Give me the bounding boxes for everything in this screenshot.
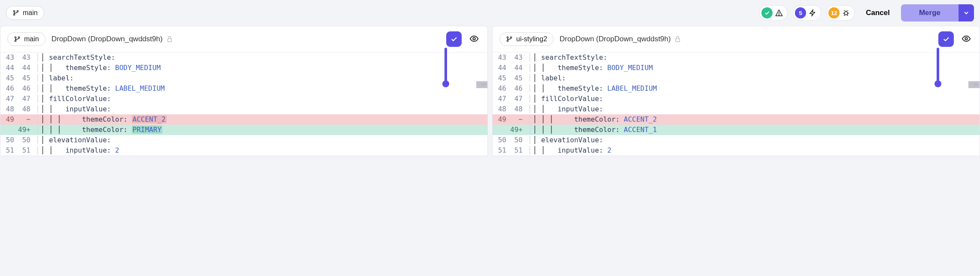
- lock-icon: [166, 36, 173, 43]
- svg-point-5: [15, 37, 16, 38]
- pane-header: main DropDown (DropDown_qwddst9h): [0, 26, 487, 52]
- code-text: │ searchTextStyle:: [41, 52, 487, 63]
- status-conflicts[interactable]: 5: [793, 5, 821, 21]
- code-line: 4747││ fillColorValue:: [493, 94, 980, 104]
- merge-conflict-icon: [809, 9, 816, 17]
- line-number-old: 43: [0, 52, 16, 63]
- status-checks[interactable]: [759, 5, 788, 21]
- line-number-new: 43: [508, 52, 527, 63]
- line-number-old: 49: [493, 114, 508, 125]
- line-number-new: 47: [16, 94, 35, 104]
- line-number-new: 46: [508, 83, 527, 94]
- branch-icon: [12, 9, 19, 16]
- svg-point-7: [18, 37, 19, 38]
- line-number-new: 51: [508, 145, 527, 156]
- minimap[interactable]: [968, 81, 980, 88]
- code-line: 4848││ │ inputValue:: [0, 104, 487, 114]
- accept-button[interactable]: [938, 31, 954, 47]
- bug-icon: [842, 9, 850, 17]
- pane-branch-selector[interactable]: ui-styling2: [499, 32, 554, 46]
- line-number-new: 50: [508, 135, 527, 145]
- code-line: 4747││ fillColorValue:: [0, 94, 487, 104]
- line-number-new: 43: [16, 52, 35, 63]
- code-body[interactable]: 4343││ searchTextStyle:4444││ │ themeSty…: [493, 52, 980, 156]
- code-text: │ │ inputValue:: [533, 104, 980, 114]
- line-number-new: 45: [16, 73, 35, 83]
- preview-button[interactable]: [960, 32, 973, 46]
- line-number-old: 50: [0, 135, 16, 145]
- eye-icon: [469, 34, 479, 43]
- minimap[interactable]: [476, 81, 487, 88]
- branch-selector[interactable]: main: [6, 6, 44, 20]
- status-issues[interactable]: 12: [826, 5, 855, 21]
- line-number-old: 43: [493, 52, 508, 63]
- code-text: │ │ themeStyle: BODY_MEDIUM: [41, 63, 487, 73]
- code-body[interactable]: 4343││ searchTextStyle:4444││ │ themeSty…: [0, 52, 487, 156]
- pane-branch-selector[interactable]: main: [7, 32, 46, 46]
- line-number-new: 47: [508, 94, 527, 104]
- code-line: 4545││ label:: [493, 73, 980, 83]
- branch-icon: [506, 36, 513, 43]
- code-text: │ │ │ themeColor: ACCENT_2: [533, 114, 980, 125]
- line-number-new: 46: [16, 83, 35, 94]
- line-number-new: 48: [508, 104, 527, 114]
- cancel-button[interactable]: Cancel: [860, 5, 896, 21]
- line-number-old: 44: [0, 63, 16, 73]
- line-number-new: 44: [508, 63, 527, 73]
- line-number-new: 50: [16, 135, 35, 145]
- code-line: 4545││ label:: [0, 73, 487, 83]
- code-line: 4646││ │ themeStyle: LABEL_MEDIUM: [493, 83, 980, 94]
- code-text: │ elevationValue:: [41, 135, 487, 145]
- diff-pane-right: ui-styling2 DropDown (DropDown_qwddst9h)…: [492, 26, 980, 156]
- branch-name: main: [23, 9, 38, 17]
- check-icon: [942, 35, 950, 43]
- code-text: │ label:: [41, 73, 487, 83]
- code-text: │ │ │ themeColor: ACCENT_2: [41, 114, 487, 125]
- code-line: 5050││ elevationValue:: [0, 135, 487, 145]
- svg-point-10: [507, 37, 508, 38]
- lock-icon: [674, 36, 681, 43]
- line-number-old: 48: [493, 104, 508, 114]
- conflict-connector-dot: [934, 80, 941, 87]
- line-number-new: 51: [16, 145, 35, 156]
- svg-point-11: [507, 40, 508, 41]
- svg-point-3: [779, 15, 779, 15]
- conflict-connector-dot: [442, 80, 449, 87]
- merge-dropdown-button[interactable]: [959, 4, 974, 21]
- code-text: │ │ │ themeColor: ACCENT_1: [533, 125, 980, 135]
- line-number-old: [493, 125, 508, 135]
- merge-button[interactable]: Merge: [901, 4, 959, 21]
- merge-button-group: Merge: [901, 4, 974, 21]
- code-line: 49−││ │ │ themeColor: ACCENT_2: [493, 114, 980, 125]
- preview-button[interactable]: [468, 32, 481, 46]
- code-line: 49+││ │ │ themeColor: PRIMARY: [0, 125, 487, 135]
- code-line: 5151││ │ inputValue: 2: [493, 145, 980, 156]
- warning-icon: [775, 9, 783, 17]
- pane-branch-name: main: [24, 35, 39, 43]
- code-line: 49+││ │ │ themeColor: ACCENT_1: [493, 125, 980, 135]
- line-number-new: 49+: [16, 125, 35, 135]
- diff-pane-left: main DropDown (DropDown_qwddst9h) 4343││…: [0, 26, 488, 156]
- code-line: 4646││ │ themeStyle: LABEL_MEDIUM: [0, 83, 487, 94]
- code-text: │ │ │ themeColor: PRIMARY: [41, 125, 487, 135]
- line-number-old: 49: [0, 114, 16, 125]
- code-text: │ │ themeStyle: LABEL_MEDIUM: [533, 83, 980, 94]
- svg-point-1: [13, 14, 15, 15]
- line-number-new: 48: [16, 104, 35, 114]
- branch-icon: [14, 36, 21, 43]
- line-number-new: 49+: [508, 125, 527, 135]
- code-line: 4444││ │ themeStyle: BODY_MEDIUM: [493, 63, 980, 73]
- code-text: │ elevationValue:: [533, 135, 980, 145]
- line-number-new: −: [508, 114, 527, 125]
- svg-point-0: [13, 10, 15, 12]
- pane-branch-name: ui-styling2: [516, 35, 547, 43]
- line-number-old: 46: [493, 83, 508, 94]
- code-text: │ fillColorValue:: [41, 94, 487, 104]
- accept-button[interactable]: [446, 31, 462, 47]
- pane-title: DropDown (DropDown_qwddst9h): [52, 35, 173, 43]
- code-line: 4343││ searchTextStyle:: [493, 52, 980, 63]
- svg-point-6: [15, 40, 16, 41]
- code-line: 5050││ elevationValue:: [493, 135, 980, 145]
- chevron-down-icon: [963, 9, 970, 16]
- code-line: 49−││ │ │ themeColor: ACCENT_2: [0, 114, 487, 125]
